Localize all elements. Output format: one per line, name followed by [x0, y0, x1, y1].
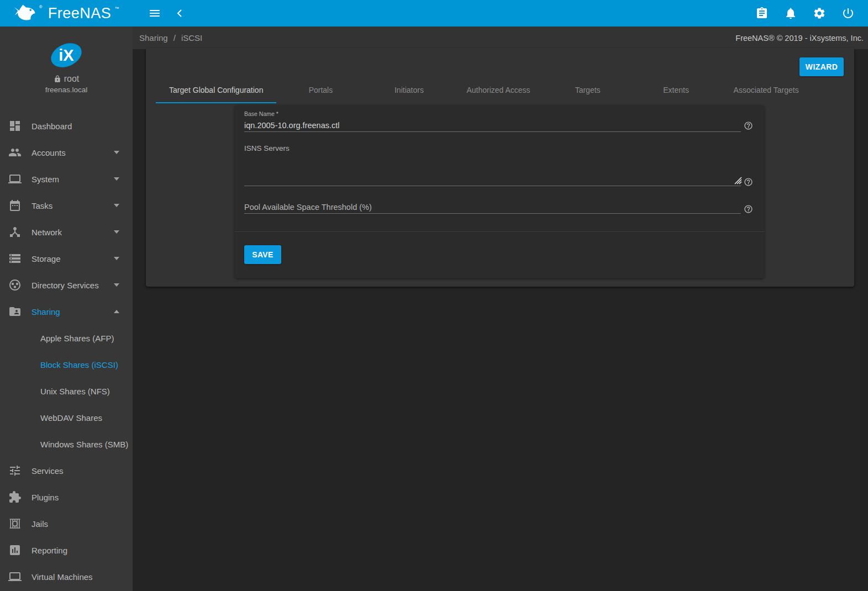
main-content: Sharing / iSCSI FreeNAS® © 2019 - iXsyst… — [133, 27, 868, 591]
freenas-logo[interactable]: ® FreeNAS ™ — [0, 0, 133, 27]
jail-icon — [8, 517, 22, 530]
tune-sliders-icon — [8, 464, 22, 477]
power-icon[interactable] — [840, 6, 856, 21]
save-button[interactable]: SAVE — [244, 245, 281, 264]
lock-icon — [54, 75, 61, 83]
help-icon[interactable] — [744, 121, 753, 130]
resize-grip-icon[interactable] — [734, 177, 742, 184]
logged-in-user: root — [64, 74, 80, 84]
sidebar-item-accounts[interactable]: Accounts — [0, 139, 133, 166]
sidebar-item-reporting[interactable]: Reporting — [0, 537, 133, 563]
base-name-input[interactable] — [244, 119, 741, 132]
tab-associated-targets[interactable]: Associated Targets — [720, 77, 812, 103]
laptop-icon — [8, 570, 22, 583]
logo-text: FreeNAS — [48, 5, 112, 22]
sidebar-item-webdav-shares[interactable]: WebDAV Shares — [0, 404, 133, 431]
sidebar-item-system[interactable]: System — [0, 166, 133, 192]
device-hub-icon — [8, 225, 22, 239]
iscsi-tabs: Target Global Configuration Portals Init… — [156, 77, 812, 103]
isns-servers-label: ISNS Servers — [244, 144, 290, 152]
tab-authorized-access[interactable]: Authorized Access — [453, 77, 543, 103]
tab-portals[interactable]: Portals — [276, 77, 365, 103]
settings-gear-icon[interactable] — [812, 6, 827, 21]
sidebar-nav: Dashboard Accounts System Tasks Network … — [0, 113, 133, 590]
wizard-button[interactable]: WIZARD — [799, 57, 844, 76]
chevron-down-icon — [114, 204, 119, 207]
collapse-sidebar-icon[interactable] — [172, 6, 188, 21]
sidebar-item-dashboard[interactable]: Dashboard — [0, 113, 133, 139]
chevron-down-icon — [114, 177, 119, 181]
storage-icon — [8, 252, 22, 265]
breadcrumb-iscsi: iSCSI — [181, 33, 202, 43]
sidebar-item-apple-shares-afp[interactable]: Apple Shares (AFP) — [0, 325, 133, 351]
sidebar-item-storage[interactable]: Storage — [0, 245, 133, 272]
sidebar-item-sharing[interactable]: Sharing — [0, 298, 133, 325]
people-icon — [8, 146, 22, 159]
chevron-down-icon — [114, 151, 119, 154]
copyright-text: FreeNAS® © 2019 - iXsystems, Inc. — [735, 34, 864, 43]
tab-extents[interactable]: Extents — [632, 77, 720, 103]
sidebar-item-services[interactable]: Services — [0, 457, 133, 484]
form-divider — [235, 231, 764, 232]
target-global-configuration-form: Base Name * ISNS Servers SAVE — [235, 105, 764, 278]
calendar-icon — [8, 199, 22, 212]
registered-mark: ® — [39, 4, 43, 9]
puzzle-icon — [8, 490, 22, 504]
breadcrumb-sharing[interactable]: Sharing — [139, 33, 168, 43]
ixsystems-logo: iX — [47, 39, 85, 72]
hostname: freenas.local — [0, 86, 133, 94]
trademark-mark: ™ — [114, 6, 119, 11]
folder-shared-icon — [8, 305, 22, 318]
sidebar: iX root freenas.local Dashboard Accounts… — [0, 27, 133, 591]
laptop-icon — [8, 172, 22, 186]
ixsystems-logo-text: iX — [59, 48, 73, 64]
sidebar-item-jails[interactable]: Jails — [0, 510, 133, 537]
tab-targets[interactable]: Targets — [544, 77, 632, 103]
sidebar-item-windows-shares-smb[interactable]: Windows Shares (SMB) — [0, 431, 133, 457]
menu-icon[interactable] — [147, 6, 162, 21]
task-manager-icon[interactable] — [754, 6, 770, 21]
tab-initiators[interactable]: Initiators — [365, 77, 453, 103]
chevron-down-icon — [114, 230, 119, 234]
top-app-bar: ® FreeNAS ™ — [0, 0, 868, 27]
notifications-bell-icon[interactable] — [783, 6, 798, 21]
bar-chart-icon — [8, 543, 22, 557]
sidebar-item-tasks[interactable]: Tasks — [0, 192, 133, 219]
iscsi-card: WIZARD Target Global Configuration Porta… — [146, 48, 854, 287]
help-icon[interactable] — [744, 204, 753, 214]
sidebar-item-directory-services[interactable]: Directory Services — [0, 272, 133, 298]
chevron-down-icon — [114, 257, 119, 260]
freenas-shark-icon — [14, 3, 38, 24]
tab-target-global-configuration[interactable]: Target Global Configuration — [156, 77, 276, 103]
sidebar-item-virtual-machines[interactable]: Virtual Machines — [0, 563, 133, 590]
isns-servers-textarea[interactable] — [244, 154, 741, 186]
sidebar-item-unix-shares-nfs[interactable]: Unix Shares (NFS) — [0, 378, 133, 404]
pool-threshold-input[interactable] — [244, 200, 741, 214]
breadcrumb-separator: / — [173, 33, 176, 43]
chevron-up-icon — [114, 310, 119, 313]
dashboard-icon — [8, 119, 22, 133]
sidebar-item-network[interactable]: Network — [0, 219, 133, 245]
help-icon[interactable] — [744, 177, 753, 187]
chevron-down-icon — [114, 283, 119, 287]
breadcrumb: Sharing / iSCSI FreeNAS® © 2019 - iXsyst… — [133, 27, 868, 49]
base-name-label: Base Name * — [244, 110, 278, 117]
group-work-icon — [8, 278, 22, 292]
sidebar-item-plugins[interactable]: Plugins — [0, 484, 133, 510]
sidebar-item-block-shares-iscsi[interactable]: Block Shares (iSCSI) — [0, 351, 133, 378]
